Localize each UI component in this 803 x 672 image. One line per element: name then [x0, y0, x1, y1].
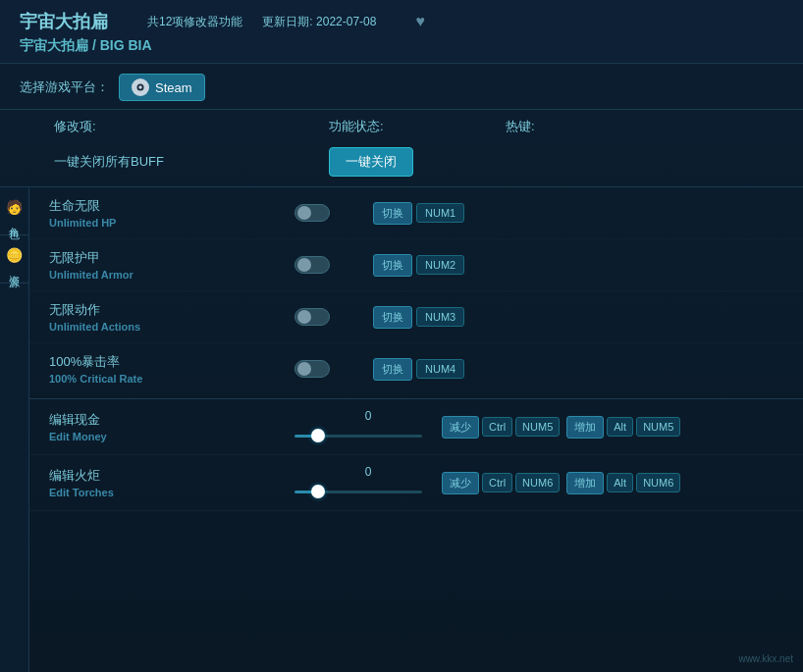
hotkey-group-actions: 切换 NUM3	[373, 306, 783, 329]
toggle-container	[294, 204, 373, 222]
oneclick-name: 一键关闭所有BUFF	[54, 153, 329, 171]
steam-platform-button[interactable]: Steam	[119, 74, 205, 101]
content-area: 生命无限 Unlimited HP 切换 NUM1	[29, 187, 803, 672]
hotkey-group-money: 减少 Ctrl NUM5 增加 Alt NUM5	[442, 416, 783, 439]
table-row: 生命无限 Unlimited HP 切换 NUM1	[29, 187, 803, 239]
platform-row: 选择游戏平台： Steam	[0, 64, 803, 110]
slider-money[interactable]	[294, 435, 422, 438]
modifier-cn: 生命无限	[49, 197, 294, 215]
hotkey-mod-dec-money: Ctrl	[482, 417, 512, 437]
toggle-knob	[297, 310, 311, 324]
slider-wrapper-torches	[294, 483, 422, 500]
hotkey-switch-hp[interactable]: 切换	[373, 202, 412, 225]
hotkey-group-crit: 切换 NUM4	[373, 358, 783, 381]
modifier-names: 无限护甲 Unlimited Armor	[49, 249, 294, 281]
modifier-en: Unlimited Armor	[49, 269, 294, 281]
resource-section: 编辑现金 Edit Money 0 减少 Ctrl NUM5 增加	[29, 399, 803, 511]
resource-icon: 🪙	[6, 247, 23, 263]
toggle-container	[294, 308, 373, 326]
oneclick-button[interactable]: 一键关闭	[329, 147, 413, 177]
modifier-en: Unlimited Actions	[49, 321, 294, 333]
modifier-en: Unlimited HP	[49, 217, 294, 229]
slider-wrapper-money	[294, 427, 422, 444]
hotkey-key-inc-torches: NUM6	[636, 473, 680, 492]
hotkey-mod-inc-money: Alt	[607, 417, 633, 437]
table-row: 无限动作 Unlimited Actions 切换 NUM3	[29, 291, 803, 343]
hotkey-inc-torches[interactable]: 增加	[566, 472, 604, 494]
modifier-en: Edit Torches	[49, 487, 294, 498]
watermark: www.kkx.net	[738, 653, 793, 664]
modifier-cn: 编辑现金	[49, 411, 294, 429]
modifier-cn: 无限动作	[49, 301, 294, 319]
toggle-crit[interactable]	[294, 360, 330, 378]
oneclick-row: 一键关闭所有BUFF 一键关闭	[0, 139, 803, 187]
hotkey-key-actions: NUM3	[416, 307, 464, 327]
meta-date: 更新日期: 2022-07-08	[262, 14, 376, 30]
main-content: 🧑 角色 🪙 资源 生命无限 Unlimited HP	[0, 187, 803, 672]
sidebar-character-section: 🧑 角色	[0, 187, 28, 235]
toggle-container	[294, 256, 373, 274]
hotkey-key-armor: NUM2	[416, 255, 464, 275]
hotkey-key-inc-money: NUM5	[636, 417, 680, 437]
modifier-names: 100%暴击率 100% Critical Rate	[49, 353, 294, 385]
slider-value-money: 0	[294, 409, 442, 423]
hotkey-group-hp: 切换 NUM1	[373, 202, 783, 225]
hotkey-inc-money[interactable]: 增加	[566, 416, 604, 439]
character-icon: 🧑	[6, 199, 23, 215]
hotkey-key-hp: NUM1	[416, 203, 464, 223]
favorite-icon[interactable]: ♥	[415, 13, 425, 30]
hotkey-dec-torches[interactable]: 减少	[442, 472, 479, 494]
hotkey-group-armor: 切换 NUM2	[373, 254, 783, 277]
sidebar-resource-label: 资源	[7, 267, 22, 271]
hotkey-key-crit: NUM4	[416, 359, 464, 379]
table-row: 编辑现金 Edit Money 0 减少 Ctrl NUM5 增加	[29, 399, 803, 455]
modifier-cn: 100%暴击率	[49, 353, 294, 371]
toggle-hp[interactable]	[294, 204, 330, 222]
slider-value-torches: 0	[294, 465, 442, 479]
character-section: 生命无限 Unlimited HP 切换 NUM1	[29, 187, 803, 399]
hotkey-switch-armor[interactable]: 切换	[373, 254, 412, 277]
app-container: 宇宙大拍扁 共12项修改器功能 更新日期: 2022-07-08 ♥ 宇宙大拍扁…	[0, 0, 803, 672]
toggle-actions[interactable]	[294, 308, 330, 326]
modifier-cn: 编辑火炬	[49, 467, 294, 485]
col-status: 功能状态:	[329, 118, 506, 135]
svg-point-2	[138, 85, 142, 89]
modifier-names: 编辑现金 Edit Money	[49, 411, 294, 442]
toggle-knob	[297, 206, 311, 220]
hotkey-switch-actions[interactable]: 切换	[373, 306, 412, 329]
table-row: 100%暴击率 100% Critical Rate 切换 NUM4	[29, 343, 803, 394]
game-subtitle: 宇宙大拍扁 / BIG BIA	[20, 37, 783, 55]
col-hotkey: 热键:	[506, 118, 783, 135]
hotkey-mod-dec-torches: Ctrl	[482, 473, 512, 492]
col-modifier: 修改项:	[54, 118, 329, 135]
modifier-en: 100% Critical Rate	[49, 373, 294, 385]
table-header: 修改项: 功能状态: 热键:	[0, 110, 803, 139]
hotkey-dec-money[interactable]: 减少	[442, 416, 479, 439]
toggle-knob	[297, 258, 311, 272]
hotkey-key-dec-money: NUM5	[515, 417, 560, 437]
slider-torches[interactable]	[294, 491, 422, 493]
toggle-knob	[297, 362, 311, 376]
platform-label: 选择游戏平台：	[20, 78, 109, 96]
modifier-cn: 无限护甲	[49, 249, 294, 267]
toggle-armor[interactable]	[294, 256, 330, 274]
header: 宇宙大拍扁 共12项修改器功能 更新日期: 2022-07-08 ♥ 宇宙大拍扁…	[0, 0, 803, 64]
slider-container-torches: 0	[294, 465, 442, 500]
hotkey-mod-inc-torches: Alt	[607, 473, 633, 492]
steam-icon	[132, 78, 149, 96]
slider-container-money: 0	[294, 409, 442, 444]
sidebar: 🧑 角色 🪙 资源	[0, 187, 29, 672]
modifier-names: 无限动作 Unlimited Actions	[49, 301, 294, 333]
modifier-names: 生命无限 Unlimited HP	[49, 197, 294, 229]
toggle-container	[294, 360, 373, 378]
hotkey-switch-crit[interactable]: 切换	[373, 358, 412, 381]
game-title-main: 宇宙大拍扁	[20, 10, 108, 33]
sidebar-character-label: 角色	[7, 219, 22, 223]
header-meta: 共12项修改器功能 更新日期: 2022-07-08	[147, 14, 376, 30]
table-row: 无限护甲 Unlimited Armor 切换 NUM2	[29, 239, 803, 291]
meta-count: 共12项修改器功能	[147, 14, 242, 30]
hotkey-group-torches: 减少 Ctrl NUM6 增加 Alt NUM6	[442, 472, 783, 494]
sidebar-resource-section: 🪙 资源	[0, 235, 28, 284]
modifier-names: 编辑火炬 Edit Torches	[49, 467, 294, 498]
hotkey-key-dec-torches: NUM6	[515, 473, 560, 492]
